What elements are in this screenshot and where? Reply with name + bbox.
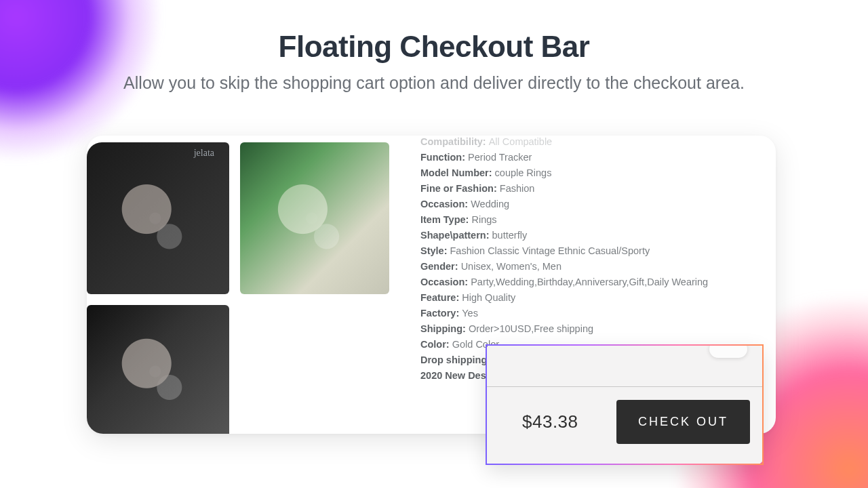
detail-key: Gender:	[420, 261, 461, 272]
detail-row: Factory: Yes	[420, 306, 760, 321]
price-label: $43.38	[522, 411, 578, 432]
detail-value: Order>10USD,Free shipping	[469, 323, 593, 334]
detail-row: Style: Fashion Classic Vintage Ethnic Ca…	[420, 243, 760, 258]
detail-key: Feature:	[420, 292, 462, 303]
hero: Floating Checkout Bar Allow you to skip …	[0, 0, 868, 93]
detail-row: Occasion: Wedding	[420, 197, 760, 211]
product-gallery	[87, 140, 395, 418]
detail-key: Item Type:	[420, 214, 471, 225]
detail-key: Shape\pattern:	[420, 230, 492, 241]
detail-row: Fine or Fashion: Fashion	[420, 181, 760, 196]
detail-value: Unisex, Women's, Men	[461, 261, 561, 272]
checkout-button[interactable]: CHECK OUT	[616, 400, 750, 444]
detail-key: Shipping:	[420, 323, 469, 334]
detail-value: Rings	[471, 214, 496, 225]
detail-row: Compatibility: All Compatible	[420, 136, 760, 149]
detail-row: Occasion: Party,Wedding,Birthday,Anniver…	[420, 274, 760, 289]
detail-value: butterfly	[492, 230, 528, 241]
page-title: Floating Checkout Bar	[0, 30, 868, 64]
detail-key: Color:	[420, 339, 452, 350]
detail-value: Wedding	[471, 199, 509, 209]
product-image-3[interactable]	[87, 305, 229, 434]
detail-key: Occasion:	[420, 277, 471, 287]
product-image-2[interactable]	[240, 142, 389, 294]
scroll-top-ghost	[709, 344, 747, 358]
detail-row: Feature: High Quality	[420, 290, 760, 305]
detail-value: Fashion	[500, 183, 535, 194]
detail-key: Compatibility:	[420, 136, 489, 147]
detail-key: Model Number:	[420, 167, 495, 178]
detail-value: Period Tracker	[468, 152, 532, 163]
detail-row: Shape\pattern: butterfly	[420, 228, 760, 243]
checkout-row: $43.38 CHECK OUT	[487, 388, 762, 455]
detail-key: Fine or Fashion:	[420, 183, 500, 194]
detail-row: Function: Period Tracker	[420, 150, 760, 165]
detail-key: Style:	[420, 245, 450, 256]
detail-row: Shipping: Order>10USD,Free shipping	[420, 321, 760, 336]
detail-row: Gender: Unisex, Women's, Men	[420, 259, 760, 274]
divider	[487, 386, 762, 387]
detail-value: couple Rings	[495, 167, 552, 178]
product-image-1[interactable]	[87, 142, 229, 294]
detail-value: All Compatible	[489, 136, 553, 147]
detail-key: Function:	[420, 152, 468, 163]
detail-value: High Quality	[462, 292, 515, 303]
detail-value: Party,Wedding,Birthday,Anniversary,Gift,…	[471, 277, 708, 287]
floating-checkout-bar: $43.38 CHECK OUT	[486, 344, 764, 465]
page-subtitle: Allow you to skip the shopping cart opti…	[0, 73, 868, 93]
detail-key: Occasion:	[420, 199, 471, 209]
detail-value: Fashion Classic Vintage Ethnic Casual/Sp…	[450, 245, 650, 256]
detail-row: Model Number: couple Rings	[420, 165, 760, 180]
detail-value: Yes	[462, 308, 478, 319]
detail-row: Item Type: Rings	[420, 212, 760, 227]
detail-key: Factory:	[420, 308, 462, 319]
